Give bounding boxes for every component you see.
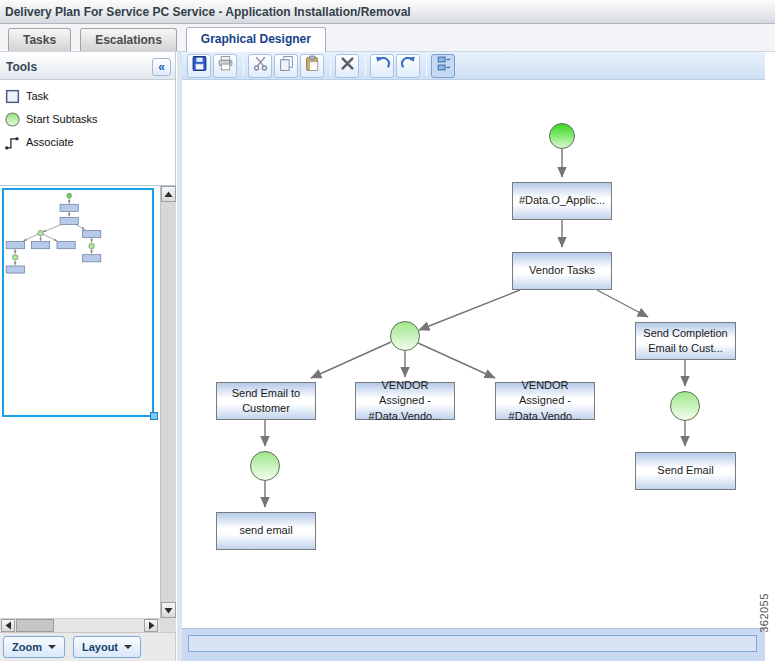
- flow-node-task8[interactable]: Send Email: [635, 452, 736, 490]
- arrow-down-icon: [164, 607, 173, 614]
- layout-dropdown-button[interactable]: Layout: [73, 636, 141, 658]
- layout-button-label: Layout: [82, 641, 118, 653]
- auto-layout-icon: [435, 55, 452, 76]
- flow-node-task7[interactable]: send email: [216, 512, 316, 550]
- toolbar-separator: [243, 56, 244, 76]
- minimap-horizontal-scrollbar[interactable]: [0, 618, 160, 632]
- save-icon: [191, 55, 208, 76]
- tab-graphical-designer[interactable]: Graphical Designer: [186, 27, 326, 52]
- scrollbar-thumb[interactable]: [16, 619, 54, 632]
- auto-layout-button[interactable]: [431, 54, 455, 78]
- print-button[interactable]: [213, 54, 237, 78]
- toolbar-separator: [426, 56, 427, 76]
- collapse-panel-button[interactable]: «: [152, 58, 171, 76]
- palette-item-label: Task: [26, 90, 49, 102]
- save-button[interactable]: [187, 54, 211, 78]
- tools-panel-header: Tools «: [0, 54, 175, 80]
- canvas-horizontal-scrollbar[interactable]: [182, 628, 765, 661]
- flow-node-task3[interactable]: Send Email to Customer: [216, 382, 316, 420]
- task-icon: [4, 88, 21, 105]
- tab-escalations[interactable]: Escalations: [80, 28, 177, 51]
- flow-node-task1[interactable]: #Data.O_Applic...: [512, 182, 612, 220]
- arrow-right-icon: [148, 621, 155, 630]
- copy-icon: [278, 55, 295, 76]
- minimap-overview: [0, 186, 160, 618]
- zoom-button-label: Zoom: [12, 641, 42, 653]
- associate-icon: [4, 134, 21, 151]
- toolbar-separator: [330, 56, 331, 76]
- palette-item-label: Associate: [26, 136, 74, 148]
- arrow-left-icon: [5, 621, 12, 630]
- palette-item-label: Start Subtasks: [26, 113, 98, 125]
- flow-node-start[interactable]: [549, 123, 575, 149]
- flow-node-sub1[interactable]: [390, 321, 420, 351]
- undo-button[interactable]: [370, 54, 394, 78]
- paste-icon: [304, 55, 321, 76]
- tools-panel-title: Tools: [6, 60, 37, 74]
- flow-node-task4[interactable]: VENDOR Assigned - #Data.Vendo...: [355, 382, 455, 420]
- copy-button[interactable]: [274, 54, 298, 78]
- caret-down-icon: [48, 645, 56, 649]
- canvas-scrollbar-thumb[interactable]: [188, 635, 757, 652]
- designer-toolbar: [182, 52, 765, 80]
- tab-strip: TasksEscalationsGraphical Designer: [0, 24, 775, 52]
- print-icon: [217, 55, 234, 76]
- page-title: Delivery Plan For Service PC Service - A…: [5, 5, 411, 19]
- flow-node-task2[interactable]: Vendor Tasks: [512, 252, 612, 290]
- caret-down-icon: [124, 645, 132, 649]
- title-bar: Delivery Plan For Service PC Service - A…: [0, 0, 775, 24]
- tools-panel: Tools « TaskStart SubtasksAssociate: [0, 52, 176, 661]
- minimap-vertical-scrollbar[interactable]: [160, 186, 176, 618]
- minimap-resize-handle[interactable]: [150, 412, 158, 420]
- redo-icon: [400, 55, 417, 76]
- redo-button[interactable]: [396, 54, 420, 78]
- flow-node-sub3[interactable]: [670, 391, 700, 421]
- delivery-plan-window: Delivery Plan For Service PC Service - A…: [0, 0, 775, 661]
- flow-node-sub2[interactable]: [250, 451, 280, 481]
- zoom-dropdown-button[interactable]: Zoom: [3, 636, 65, 658]
- paste-button[interactable]: [300, 54, 324, 78]
- designer-footer: Zoom Layout: [0, 632, 175, 661]
- cut-icon: [252, 55, 269, 76]
- scrollbar-corner: [160, 618, 176, 632]
- figure-number: 362055: [758, 591, 770, 635]
- scroll-left-button[interactable]: [1, 619, 15, 632]
- palette-item-associate[interactable]: Associate: [0, 132, 175, 152]
- delete-icon: [339, 55, 356, 76]
- scroll-up-button[interactable]: [161, 186, 176, 202]
- scroll-down-button[interactable]: [161, 602, 176, 618]
- palette-item-start-subtasks[interactable]: Start Subtasks: [0, 109, 175, 129]
- minimap-viewport[interactable]: [2, 188, 154, 417]
- scroll-right-button[interactable]: [144, 619, 158, 632]
- start-subtasks-icon: [4, 111, 21, 128]
- tab-tasks[interactable]: Tasks: [8, 28, 71, 51]
- delete-button[interactable]: [335, 54, 359, 78]
- flow-node-task6[interactable]: Send Completion Email to Cust...: [635, 322, 736, 360]
- palette-item-task[interactable]: Task: [0, 86, 175, 106]
- arrow-up-icon: [164, 191, 173, 198]
- flow-node-task5[interactable]: VENDOR Assigned - #Data.Vendo...: [495, 382, 595, 420]
- undo-icon: [374, 55, 391, 76]
- cut-button[interactable]: [248, 54, 272, 78]
- toolbar-separator: [365, 56, 366, 76]
- minimap-panel: [0, 185, 176, 631]
